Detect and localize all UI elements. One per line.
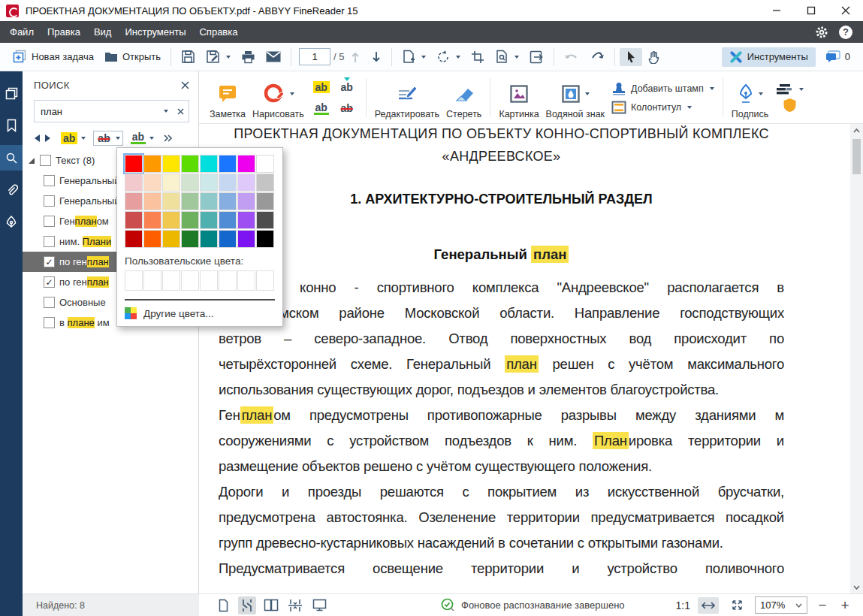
color-swatch[interactable] xyxy=(219,192,237,210)
color-swatch[interactable] xyxy=(256,211,274,229)
underline-text-button[interactable]: ab xyxy=(311,98,332,118)
watermark-dropdown-caret[interactable] xyxy=(585,92,590,95)
color-swatch[interactable] xyxy=(200,174,218,192)
previous-page-button[interactable] xyxy=(345,49,366,65)
header-footer-button[interactable]: Колонтитул xyxy=(611,101,714,114)
color-swatch[interactable] xyxy=(162,211,180,229)
color-swatch[interactable] xyxy=(143,211,161,229)
undo-button[interactable] xyxy=(559,50,584,65)
rotate-button[interactable] xyxy=(431,48,466,66)
close-search-icon[interactable] xyxy=(181,81,189,89)
redact-dropdown-caret[interactable] xyxy=(799,88,804,91)
clear-search-icon[interactable] xyxy=(173,108,189,115)
erase-button[interactable]: Стереть xyxy=(446,81,481,119)
color-swatch[interactable] xyxy=(162,192,180,210)
result-checkbox[interactable] xyxy=(44,216,55,227)
add-pages-button[interactable] xyxy=(397,47,431,66)
color-swatch[interactable] xyxy=(237,192,255,210)
zoom-out-button[interactable]: − xyxy=(815,598,830,613)
menu-item[interactable]: Справка xyxy=(192,26,244,38)
settings-gear-icon[interactable] xyxy=(815,26,828,39)
new-task-button[interactable]: Новая задача xyxy=(8,47,99,66)
maximize-button[interactable] xyxy=(794,0,828,21)
edit-button[interactable]: Редактировать xyxy=(375,81,439,119)
strikethrough-results-button[interactable]: ab xyxy=(93,131,122,146)
hand-tool-button[interactable] xyxy=(642,48,665,66)
picture-button[interactable]: Картинка xyxy=(499,81,539,119)
menu-item[interactable]: Файл xyxy=(3,26,41,38)
note-button[interactable]: Заметка xyxy=(210,81,246,119)
two-page-view-button[interactable] xyxy=(262,596,280,614)
save-as-dropdown-caret[interactable] xyxy=(226,56,231,59)
draw-dropdown-caret[interactable] xyxy=(290,92,294,95)
color-swatch[interactable] xyxy=(219,155,237,173)
save-as-button[interactable] xyxy=(201,47,236,66)
sidebar-digital-signature-button[interactable] xyxy=(0,210,23,235)
recognize-button[interactable] xyxy=(490,47,524,66)
color-swatch[interactable] xyxy=(125,155,143,173)
protection-shield-icon[interactable] xyxy=(775,98,804,113)
color-swatch[interactable] xyxy=(125,211,143,229)
fit-page-button[interactable] xyxy=(726,597,747,614)
collapse-triangle-icon[interactable] xyxy=(29,158,35,164)
menu-item[interactable]: Правка xyxy=(41,26,87,38)
color-swatch[interactable] xyxy=(237,174,255,192)
zoom-level-select[interactable]: 107% xyxy=(755,596,807,614)
redact-button[interactable] xyxy=(775,83,804,95)
color-swatch[interactable] xyxy=(219,230,237,248)
continuous-view-button[interactable] xyxy=(238,596,256,614)
color-swatch[interactable] xyxy=(143,174,161,192)
scroll-up-icon[interactable] xyxy=(853,124,860,137)
insert-text-button[interactable]: ab xyxy=(336,77,358,97)
color-swatch[interactable] xyxy=(219,211,237,229)
rotate-dropdown-caret[interactable] xyxy=(456,56,460,59)
color-swatch[interactable] xyxy=(181,211,199,229)
two-page-continuous-view-button[interactable] xyxy=(286,596,304,614)
color-swatch[interactable] xyxy=(125,192,143,210)
color-swatch[interactable] xyxy=(125,230,143,248)
add-stamp-button[interactable]: Добавить штамп xyxy=(611,82,714,95)
group-checkbox[interactable] xyxy=(40,155,51,166)
save-button[interactable] xyxy=(176,47,201,66)
search-history-caret[interactable] xyxy=(158,110,173,113)
recognize-dropdown-caret[interactable] xyxy=(514,56,519,59)
color-swatch[interactable] xyxy=(200,230,218,248)
color-swatch[interactable] xyxy=(181,192,199,210)
highlight-text-button[interactable]: ab xyxy=(311,77,332,97)
color-swatch[interactable] xyxy=(162,155,180,173)
result-checkbox[interactable] xyxy=(44,236,55,247)
print-button[interactable] xyxy=(236,48,261,66)
result-checkbox[interactable] xyxy=(44,195,55,207)
next-result-button[interactable] xyxy=(45,134,50,142)
color-swatch[interactable] xyxy=(200,155,218,173)
help-icon[interactable] xyxy=(839,26,852,39)
page-number-input[interactable]: 1 xyxy=(299,48,330,65)
color-swatch[interactable] xyxy=(181,155,199,173)
custom-color-slot[interactable] xyxy=(143,270,161,291)
highlight-results-button[interactable]: ab xyxy=(59,131,88,146)
color-swatch[interactable] xyxy=(256,192,274,210)
custom-color-slot[interactable] xyxy=(181,270,199,291)
result-checkbox[interactable] xyxy=(44,297,55,308)
signature-dropdown-caret[interactable] xyxy=(759,92,763,95)
strikethrough-text-button[interactable]: ab xyxy=(336,98,358,118)
select-cursor-button[interactable] xyxy=(620,48,642,66)
email-button[interactable] xyxy=(261,49,286,65)
sidebar-search-button[interactable] xyxy=(0,145,23,171)
result-checkbox[interactable] xyxy=(44,256,55,267)
color-swatch[interactable] xyxy=(219,174,237,192)
fullscreen-view-button[interactable] xyxy=(310,596,328,614)
convert-button[interactable] xyxy=(524,48,549,66)
previous-result-button[interactable] xyxy=(35,134,40,142)
custom-color-slot[interactable] xyxy=(219,270,237,291)
zoom-in-button[interactable]: + xyxy=(837,598,852,613)
color-swatch[interactable] xyxy=(256,155,274,173)
result-checkbox[interactable] xyxy=(44,276,55,288)
single-page-view-button[interactable] xyxy=(214,596,232,614)
color-swatch[interactable] xyxy=(143,192,161,210)
fit-width-button[interactable] xyxy=(698,597,719,614)
color-swatch[interactable] xyxy=(200,211,218,229)
actual-size-button[interactable]: 1:1 xyxy=(676,599,690,611)
custom-color-slot[interactable] xyxy=(237,270,255,291)
custom-color-slot[interactable] xyxy=(200,270,218,291)
